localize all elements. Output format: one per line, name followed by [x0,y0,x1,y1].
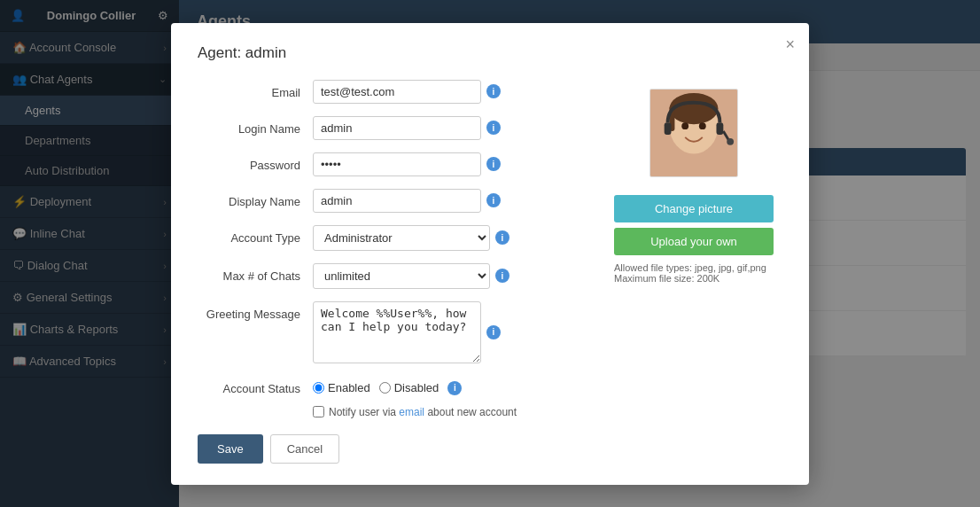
greeting-message-label: Greeting Message [198,301,313,321]
display-name-info-icon[interactable]: i [486,193,501,207]
greeting-info-icon[interactable]: i [486,325,501,339]
max-chats-select[interactable]: unlimited 1 2 3 5 10 [313,263,490,289]
form-section: Email i Login Name i Password [198,80,587,464]
file-size-text: Maximum file size: 200K [614,273,774,284]
change-picture-button[interactable]: Change picture [614,195,774,222]
status-disabled-label[interactable]: Disabled [379,381,439,394]
svg-rect-6 [665,122,672,135]
svg-rect-7 [716,122,723,135]
max-chats-info-icon[interactable]: i [495,269,509,283]
modal-footer: Save Cancel [198,434,587,464]
notify-row: Notify user via email about new account [313,406,517,418]
account-status-label: Account Status [198,376,313,395]
display-name-label: Display Name [198,189,313,208]
max-chats-label: Max # of Chats [198,263,313,283]
svg-point-9 [727,137,734,144]
status-enabled-radio[interactable] [313,382,324,394]
max-chats-row: Max # of Chats unlimited 1 2 3 5 10 i [198,263,587,289]
right-section: Change picture Upload your own Allowed f… [605,80,782,464]
save-button[interactable]: Save [198,434,263,464]
account-status-row: Account Status Enabled Disabled i [198,376,587,418]
password-field[interactable] [313,152,481,176]
password-label: Password [198,152,313,172]
svg-point-5 [699,122,706,129]
modal-dialog: Agent: admin × Email i Login Name [171,23,809,485]
display-name-row: Display Name i [198,189,587,213]
greeting-message-control: Welcome %%User%%, how can I help you tod… [313,301,587,363]
file-info: Allowed file types: jpeg, jpg, gif,png M… [614,262,774,284]
status-info-icon[interactable]: i [447,381,462,395]
svg-point-2 [670,92,719,123]
greeting-message-row: Greeting Message Welcome %%User%%, how c… [198,301,587,363]
notify-checkbox[interactable] [313,406,324,417]
agent-photo [649,89,738,177]
display-name-control: i [313,189,587,213]
greeting-message-field[interactable]: Welcome %%User%%, how can I help you tod… [313,301,481,363]
login-name-field[interactable] [313,116,481,140]
max-chats-control: unlimited 1 2 3 5 10 i [313,263,587,289]
account-type-row: Account Type Administrator Agent i [198,225,587,251]
svg-point-4 [681,122,688,129]
account-type-select[interactable]: Administrator Agent [313,225,490,251]
account-status-radio-group: Enabled Disabled i [313,376,462,395]
file-types-text: Allowed file types: jpeg, jpg, gif,png [614,262,774,273]
account-type-label: Account Type [198,225,313,245]
account-status-control: Enabled Disabled i Notify user via email… [313,376,587,418]
agent-photo-svg [650,90,737,176]
email-control: i [313,80,587,104]
modal-close-button[interactable]: × [785,35,795,54]
email-field[interactable] [313,80,481,104]
cancel-button[interactable]: Cancel [270,434,339,464]
modal-title: Agent: admin [198,44,782,62]
login-name-control: i [313,116,587,140]
status-disabled-radio[interactable] [379,382,391,394]
notify-label: Notify user via email about new account [329,406,517,418]
upload-button[interactable]: Upload your own [614,228,774,255]
email-label: Email [198,80,313,99]
password-control: i [313,152,587,176]
status-enabled-label[interactable]: Enabled [313,381,370,394]
email-link[interactable]: email [399,406,424,418]
login-name-row: Login Name i [198,116,587,140]
display-name-field[interactable] [313,189,481,213]
modal-overlay[interactable]: Agent: admin × Email i Login Name [0,0,980,507]
login-name-label: Login Name [198,116,313,136]
login-name-info-icon[interactable]: i [486,121,501,135]
account-type-control: Administrator Agent i [313,225,587,251]
password-row: Password i [198,152,587,176]
email-info-icon[interactable]: i [486,84,501,98]
modal-body: Email i Login Name i Password [198,80,782,464]
account-type-info-icon[interactable]: i [495,230,509,245]
email-row: Email i [198,80,587,104]
password-info-icon[interactable]: i [486,157,501,171]
